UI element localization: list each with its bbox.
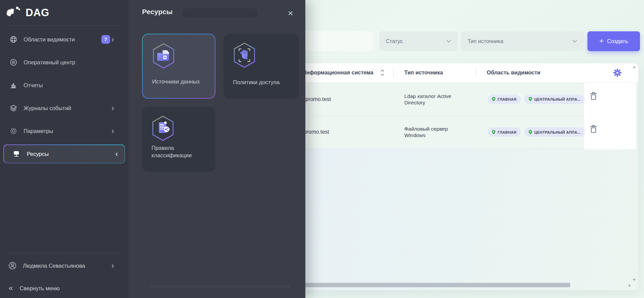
share-icon [13, 150, 21, 158]
trash-icon [590, 92, 597, 100]
sidebar-item-parameters[interactable]: Параметры › [0, 120, 128, 142]
access-policy-icon [232, 42, 257, 70]
sidebar-divider [8, 253, 120, 253]
sidebar-item-label: Ресурсы [27, 151, 49, 157]
plus-icon: + [599, 37, 604, 45]
chevron-down-icon [446, 40, 451, 43]
source-type-filter-label: Тип источника [468, 38, 503, 44]
chevron-down-icon [572, 40, 577, 43]
location-pin-icon [492, 130, 496, 134]
delete-row-button[interactable] [590, 125, 597, 135]
app-logo: DAG [0, 0, 128, 25]
create-button[interactable]: + Создать [587, 31, 640, 51]
create-button-label: Создать [607, 38, 628, 44]
modal-title: Ресурсы [142, 8, 172, 16]
sidebar-item-resources[interactable]: Ресурсы ‹ [3, 144, 125, 163]
card-label: Правила классификации [151, 144, 209, 159]
sidebar-nav: Области видимости 7 › Оперативный центр … [0, 28, 128, 142]
user-name: Людмила Севастьянова [23, 263, 85, 269]
card-label: Источники данных [152, 78, 209, 85]
sidebar-item-label: Отчеты [24, 82, 43, 89]
resources-modal: Ресурсы ✕ [128, 0, 305, 298]
sort-icon[interactable] [380, 69, 384, 78]
location-pin-icon [529, 130, 532, 134]
sidebar-item-event-logs[interactable]: Журналы событий › [0, 97, 128, 120]
scroll-right-arrow[interactable] [629, 284, 631, 287]
gear-icon [9, 127, 18, 135]
collapse-menu-label: Свернуть меню [20, 285, 60, 292]
trash-icon [590, 125, 597, 133]
header-divider [393, 68, 394, 78]
sidebar-divider [8, 25, 120, 26]
scroll-down-arrow[interactable] [633, 279, 636, 281]
scroll-up-arrow[interactable] [633, 66, 636, 68]
card-label: Политики доступа [233, 79, 293, 86]
scope-badges: ГЛАВНАЯ ЦЕНТРАЛЬНЫЙ АППА... [488, 95, 585, 104]
sidebar-item-label: Области видимости [24, 36, 75, 43]
sidebar-item-scopes[interactable]: Области видимости 7 › [0, 28, 128, 51]
column-header-scope: Область видимости [487, 70, 540, 76]
location-pin-icon [492, 97, 496, 102]
card-data-sources[interactable]: Источники данных [142, 34, 215, 99]
layers-icon [9, 104, 18, 112]
header-divider [476, 68, 476, 78]
classification-rules-icon [151, 115, 175, 143]
status-filter-label: Статус [386, 38, 403, 44]
sidebar-item-label: Параметры [24, 128, 53, 134]
collapse-menu-button[interactable]: « Свернуть меню [0, 280, 128, 296]
column-header-system: Информационная система [302, 70, 373, 76]
sidebar-item-label: Оперативный центр [24, 59, 75, 66]
chevron-left-icon: ‹ [115, 150, 118, 158]
double-chevron-left-icon: « [9, 285, 13, 292]
user-icon [8, 261, 17, 270]
source-type-cell: Файловый сервер Windows [404, 126, 465, 139]
row-menu-button[interactable] [612, 92, 617, 94]
card-classification-rules[interactable]: Правила классификации [142, 107, 215, 172]
sidebar-item-reports[interactable]: Отчеты [0, 74, 128, 97]
chevron-right-icon: › [111, 35, 114, 43]
user-menu[interactable]: Людмила Севастьянова › [0, 257, 128, 274]
chevron-right-icon: › [111, 127, 114, 135]
globe-icon [9, 35, 18, 43]
scope-badge: ГЛАВНАЯ [488, 128, 520, 137]
status-filter-select[interactable]: Статус [379, 31, 458, 51]
chevron-right-icon: › [111, 262, 114, 270]
chevron-right-icon: › [111, 104, 114, 112]
data-source-icon [151, 42, 176, 71]
target-icon [9, 58, 18, 66]
modal-horizontal-scrollbar[interactable] [149, 285, 290, 288]
logo-text: DAG [26, 7, 49, 19]
card-access-policies[interactable]: Политики доступа [224, 34, 299, 99]
scope-badges: ГЛАВНАЯ ЦЕНТРАЛЬНЫЙ АППА... [488, 128, 585, 137]
scope-badge: ЦЕНТРАЛЬНЫЙ АППА... [524, 95, 585, 104]
table-settings-gear-icon[interactable] [613, 68, 622, 79]
delete-row-button[interactable] [590, 92, 597, 102]
sidebar-item-operations-center[interactable]: Оперативный центр [0, 51, 128, 74]
scope-badge: ГЛАВНАЯ [488, 95, 520, 104]
row-menu-button[interactable] [612, 125, 617, 127]
close-icon[interactable]: ✕ [285, 8, 296, 19]
column-header-source-type: Тип источника [404, 70, 443, 76]
bar-chart-icon [9, 81, 18, 89]
title-ghost-decoration [182, 8, 258, 18]
source-type-filter-select[interactable]: Тип источника [461, 31, 584, 51]
location-pin-icon [529, 97, 532, 102]
scope-badge: ЦЕНТРАЛЬНЫЙ АППА... [524, 128, 585, 137]
dag-logo-icon [7, 5, 21, 20]
source-type-cell: Ldap каталог Active Directory [404, 93, 465, 106]
sidebar: DAG Области видимости 7 › Оперативный це… [0, 0, 128, 298]
search-input[interactable] [296, 31, 373, 51]
count-badge: 7 [101, 35, 110, 44]
sidebar-item-label: Журналы событий [24, 105, 71, 111]
